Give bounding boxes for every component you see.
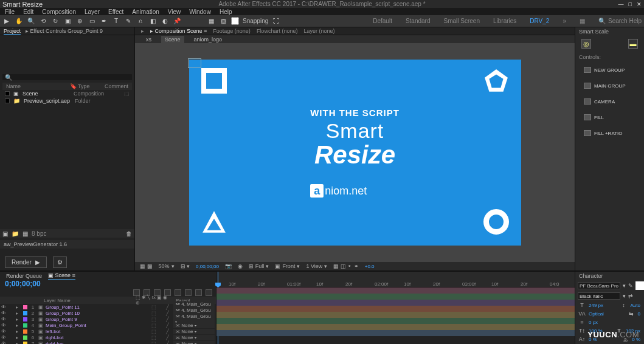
layer-row[interactable]: 👁▸ 6 ▣ right-bot ⬚╱ ⫘ None ▾ <box>0 334 216 340</box>
style-dropdown-icon[interactable]: ▾ <box>623 293 626 299</box>
resolution-dropdown[interactable]: ⊞ Full ▾ <box>249 263 269 269</box>
layer-row[interactable]: 👁▸ 4 ▣ Main_Group_Point ⬚╱ ⫘ None ▾ <box>0 322 216 328</box>
subtab-xs[interactable]: xs <box>142 36 155 43</box>
track[interactable] <box>216 287 575 294</box>
menu-layer[interactable]: Layer <box>85 9 100 15</box>
scale-toggle-icon[interactable]: ▬ <box>628 39 638 49</box>
snapshot-icon[interactable]: 📷 <box>225 263 232 269</box>
views-dropdown[interactable]: 1 View ▾ <box>306 263 327 269</box>
exposure-value[interactable]: +0.0 <box>365 264 375 269</box>
tl-marker-icon[interactable] <box>206 289 212 296</box>
track[interactable] <box>216 300 575 306</box>
workspace-more-icon[interactable]: » <box>563 18 566 24</box>
project-item-scene[interactable]: ▣ Scene Composition ⬚ <box>2 90 132 97</box>
tab-footage[interactable]: Footage (none) <box>213 28 251 34</box>
tab-project[interactable]: Project <box>4 28 21 35</box>
menu-effect[interactable]: Effect <box>108 9 123 15</box>
zoom-tool-icon[interactable]: 🔍 <box>27 17 35 26</box>
tracking-value[interactable]: 0 <box>638 311 640 317</box>
layer-row[interactable]: 👁▸ 3 ▣ Group_Point 9 ⬚╱ ⫘ 4. Main_Grou ▾ <box>0 316 216 322</box>
grid-icon[interactable]: ▦ ◫ ⚬ ⚭ <box>333 263 359 269</box>
viewer[interactable]: WITH THE SCRIPT Smart Resize a niom.net <box>135 43 575 262</box>
menu-animation[interactable]: Animation <box>132 9 159 15</box>
new-folder-icon[interactable]: 📁 <box>12 230 19 237</box>
workspace-default[interactable]: Default <box>373 18 392 24</box>
font-dropdown-icon[interactable]: ▾ <box>623 283 626 289</box>
bpc-label[interactable]: 8 bpc <box>32 230 46 237</box>
tab-comp-scene[interactable]: ▸ Composition Scene ≡ <box>150 28 207 34</box>
font-style-input[interactable] <box>578 292 620 300</box>
menu-edit[interactable]: Edit <box>23 9 33 15</box>
track[interactable] <box>216 318 575 324</box>
view-3d-dropdown[interactable]: ▣ Front ▾ <box>275 263 300 269</box>
pen-tool-icon[interactable]: ✒ <box>100 17 108 26</box>
visibility-icon[interactable]: 👁 <box>1 335 6 340</box>
rotate-tool-icon[interactable]: ↻ <box>51 17 60 26</box>
current-time[interactable]: 0;00;00;00 <box>0 280 216 288</box>
tab-layer[interactable]: Layer (none) <box>303 28 334 34</box>
rect-tool-icon[interactable]: ▭ <box>88 17 96 26</box>
menu-help[interactable]: Help <box>220 9 232 15</box>
snapping-options-icon[interactable]: ⛶ <box>272 17 280 26</box>
label-color[interactable] <box>23 335 27 340</box>
camera-button[interactable]: CAMERA <box>578 96 642 107</box>
res-auto-icon[interactable]: ⊟ ▾ <box>181 263 190 269</box>
label-color[interactable] <box>23 323 27 328</box>
new-comp-icon[interactable]: ▦ <box>23 230 28 237</box>
timecode[interactable]: 0;00;00;00 <box>196 264 219 269</box>
roto-tool-icon[interactable]: ◐ <box>161 17 169 26</box>
track[interactable] <box>216 306 575 312</box>
visibility-icon[interactable]: 👁 <box>1 323 6 328</box>
label-color[interactable] <box>23 342 27 345</box>
main-group-button[interactable]: MAIN GROUP <box>578 80 642 91</box>
track[interactable] <box>216 330 575 336</box>
clone-tool-icon[interactable]: ⎌ <box>136 17 145 26</box>
tl-graph-icon[interactable] <box>195 289 202 296</box>
workspace-grid-icon[interactable]: ▦ <box>580 18 585 24</box>
interpret-icon[interactable]: ▣ <box>2 230 8 237</box>
eyedropper-icon[interactable]: ✎ <box>628 283 633 289</box>
leading-value[interactable]: Auto <box>631 303 640 308</box>
layer-row[interactable]: 👁▸ 5 ▣ left-bot ⬚╱ ⫘ None ▾ <box>0 328 216 334</box>
visibility-icon[interactable]: 👁 <box>1 304 6 310</box>
tl-mb-icon[interactable] <box>185 289 192 296</box>
menu-composition[interactable]: Composition <box>42 9 76 15</box>
menu-view[interactable]: View <box>168 9 181 15</box>
maximize-icon[interactable]: □ <box>629 1 632 7</box>
font-family-input[interactable] <box>578 282 620 289</box>
eraser-tool-icon[interactable]: ◧ <box>148 17 157 26</box>
minimize-icon[interactable]: — <box>618 1 624 7</box>
magnification-icon[interactable]: ▦ ▩ <box>140 263 153 269</box>
label-color[interactable] <box>23 305 27 309</box>
subtab-scene[interactable]: Scene <box>161 36 184 43</box>
layer-row[interactable]: 👁▸ 7 ▣ right-top ⬚╱ ⫘ None ▾ <box>0 340 216 344</box>
channels-icon[interactable]: ◉ <box>238 263 243 269</box>
parent-dropdown[interactable]: ⫘ None ▾ <box>173 341 215 345</box>
fill-button[interactable]: FILL <box>578 112 642 123</box>
label-color[interactable] <box>23 317 27 322</box>
snapping-checkbox[interactable] <box>231 17 239 25</box>
font-size-value[interactable]: 249 px <box>589 303 603 308</box>
project-search-input[interactable]: 🔍 <box>2 74 132 80</box>
render-settings-button[interactable]: ⚙ <box>53 256 67 268</box>
label-color[interactable] <box>23 311 27 315</box>
workspace-standard[interactable]: Standard <box>406 18 431 24</box>
puppet-tool-icon[interactable]: 📌 <box>173 17 181 26</box>
text-tool-icon[interactable]: T <box>112 17 120 26</box>
camera-tool-icon[interactable]: ▣ <box>63 17 72 26</box>
zoom-dropdown[interactable]: 50% ▾ <box>159 263 175 269</box>
trash-icon[interactable]: 🗑 <box>126 230 132 237</box>
selection-tool-icon[interactable]: ▶ <box>2 17 11 26</box>
menu-window[interactable]: Window <box>189 9 211 15</box>
mask-mode-icon[interactable]: ▦ <box>207 17 215 26</box>
new-group-button[interactable]: NEW GROUP <box>578 64 642 75</box>
shape-mode-icon[interactable]: ▨ <box>219 17 227 26</box>
visibility-icon[interactable]: 👁 <box>1 341 6 345</box>
visibility-icon[interactable]: 👁 <box>1 311 6 316</box>
workspace-smallscreen[interactable]: Small Screen <box>444 18 480 24</box>
close-icon[interactable]: ✕ <box>637 1 642 7</box>
render-button[interactable]: Render▶ <box>5 256 47 268</box>
fill-ratio-button[interactable]: FILL +RATIO <box>578 128 642 139</box>
color-swatches[interactable] <box>635 281 644 290</box>
track[interactable] <box>216 324 575 330</box>
